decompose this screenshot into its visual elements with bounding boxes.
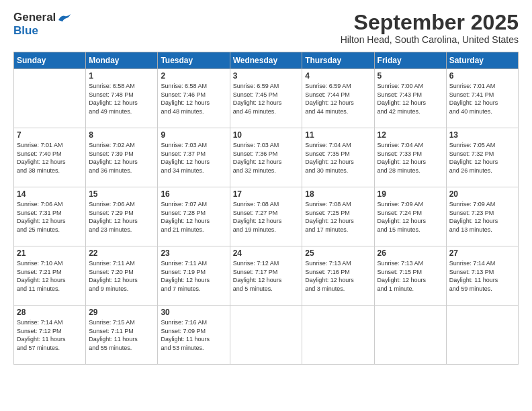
- table-row: 13Sunrise: 7:05 AMSunset: 7:32 PMDayligh…: [446, 128, 518, 187]
- table-row: 25Sunrise: 7:13 AMSunset: 7:16 PMDayligh…: [302, 246, 374, 306]
- day-info: Sunrise: 7:06 AMSunset: 7:31 PMDaylight:…: [17, 200, 83, 234]
- day-info: Sunrise: 7:02 AMSunset: 7:39 PMDaylight:…: [89, 141, 154, 175]
- table-row: 1Sunrise: 6:58 AMSunset: 7:48 PMDaylight…: [86, 69, 158, 128]
- day-number: 5: [378, 71, 443, 81]
- day-number: 7: [17, 130, 83, 140]
- day-info: Sunrise: 7:03 AMSunset: 7:36 PMDaylight:…: [233, 141, 300, 175]
- table-row: 29Sunrise: 7:15 AMSunset: 7:11 PMDayligh…: [86, 306, 158, 365]
- day-number: 26: [378, 248, 443, 258]
- table-row: 24Sunrise: 7:12 AMSunset: 7:17 PMDayligh…: [230, 246, 302, 306]
- day-number: 16: [161, 189, 226, 199]
- table-row: 14Sunrise: 7:06 AMSunset: 7:31 PMDayligh…: [14, 187, 86, 246]
- day-number: 2: [161, 71, 226, 81]
- day-number: 24: [233, 248, 300, 258]
- col-saturday: Saturday: [446, 52, 518, 69]
- table-row: 3Sunrise: 6:59 AMSunset: 7:45 PMDaylight…: [230, 69, 302, 128]
- day-number: 27: [449, 248, 515, 258]
- calendar-week-row: 14Sunrise: 7:06 AMSunset: 7:31 PMDayligh…: [14, 187, 519, 246]
- day-info: Sunrise: 7:14 AMSunset: 7:13 PMDaylight:…: [449, 259, 515, 293]
- table-row: [374, 306, 446, 365]
- day-info: Sunrise: 6:58 AMSunset: 7:46 PMDaylight:…: [161, 82, 226, 116]
- day-number: 23: [161, 248, 226, 258]
- table-row: 27Sunrise: 7:14 AMSunset: 7:13 PMDayligh…: [446, 246, 518, 306]
- day-info: Sunrise: 7:11 AMSunset: 7:20 PMDaylight:…: [89, 259, 154, 293]
- table-row: 12Sunrise: 7:04 AMSunset: 7:33 PMDayligh…: [374, 128, 446, 187]
- day-info: Sunrise: 7:13 AMSunset: 7:15 PMDaylight:…: [378, 259, 443, 293]
- day-info: Sunrise: 7:09 AMSunset: 7:23 PMDaylight:…: [449, 200, 515, 234]
- day-number: 19: [378, 189, 443, 199]
- day-info: Sunrise: 6:59 AMSunset: 7:44 PMDaylight:…: [305, 82, 371, 116]
- col-monday: Monday: [86, 52, 158, 69]
- day-number: 11: [305, 130, 371, 140]
- table-row: 5Sunrise: 7:00 AMSunset: 7:43 PMDaylight…: [374, 69, 446, 128]
- table-row: [302, 306, 374, 365]
- page: General Blue September 2025 Hilton Head,…: [0, 0, 532, 411]
- day-number: 12: [378, 130, 443, 140]
- day-number: 25: [305, 248, 371, 258]
- day-number: 18: [305, 189, 371, 199]
- table-row: 23Sunrise: 7:11 AMSunset: 7:19 PMDayligh…: [158, 246, 230, 306]
- table-row: 15Sunrise: 7:06 AMSunset: 7:29 PMDayligh…: [86, 187, 158, 246]
- logo-general: General: [13, 11, 56, 24]
- table-row: 19Sunrise: 7:09 AMSunset: 7:24 PMDayligh…: [374, 187, 446, 246]
- logo-bird-icon: [57, 12, 72, 23]
- table-row: 26Sunrise: 7:13 AMSunset: 7:15 PMDayligh…: [374, 246, 446, 306]
- logo-blue: Blue: [13, 24, 38, 38]
- day-number: 6: [449, 71, 515, 81]
- day-number: 20: [449, 189, 515, 199]
- day-number: 28: [17, 308, 83, 317]
- day-number: 4: [305, 71, 371, 81]
- day-info: Sunrise: 7:11 AMSunset: 7:19 PMDaylight:…: [161, 259, 226, 293]
- calendar-week-row: 21Sunrise: 7:10 AMSunset: 7:21 PMDayligh…: [14, 246, 519, 306]
- day-info: Sunrise: 7:14 AMSunset: 7:12 PMDaylight:…: [17, 318, 83, 352]
- col-sunday: Sunday: [14, 52, 86, 69]
- table-row: 8Sunrise: 7:02 AMSunset: 7:39 PMDaylight…: [86, 128, 158, 187]
- calendar-week-row: 28Sunrise: 7:14 AMSunset: 7:12 PMDayligh…: [14, 306, 519, 365]
- day-number: 10: [233, 130, 300, 140]
- table-row: 28Sunrise: 7:14 AMSunset: 7:12 PMDayligh…: [14, 306, 86, 365]
- day-info: Sunrise: 7:09 AMSunset: 7:24 PMDaylight:…: [378, 200, 443, 234]
- day-info: Sunrise: 7:04 AMSunset: 7:33 PMDaylight:…: [378, 141, 443, 175]
- table-row: 2Sunrise: 6:58 AMSunset: 7:46 PMDaylight…: [158, 69, 230, 128]
- day-number: 15: [89, 189, 154, 199]
- day-number: 14: [17, 189, 83, 199]
- day-number: 17: [233, 189, 300, 199]
- day-info: Sunrise: 7:08 AMSunset: 7:25 PMDaylight:…: [305, 200, 371, 234]
- day-number: 22: [89, 248, 154, 258]
- title-block: September 2025 Hilton Head, South Caroli…: [341, 11, 519, 45]
- day-number: 21: [17, 248, 83, 258]
- day-number: 13: [449, 130, 515, 140]
- table-row: 21Sunrise: 7:10 AMSunset: 7:21 PMDayligh…: [14, 246, 86, 306]
- table-row: [446, 306, 518, 365]
- day-info: Sunrise: 7:16 AMSunset: 7:09 PMDaylight:…: [161, 318, 226, 352]
- day-info: Sunrise: 7:00 AMSunset: 7:43 PMDaylight:…: [378, 82, 443, 116]
- day-number: 1: [89, 71, 154, 81]
- table-row: 17Sunrise: 7:08 AMSunset: 7:27 PMDayligh…: [230, 187, 302, 246]
- calendar-header-row: Sunday Monday Tuesday Wednesday Thursday…: [14, 52, 519, 69]
- day-number: 30: [161, 308, 226, 317]
- day-info: Sunrise: 7:01 AMSunset: 7:40 PMDaylight:…: [17, 141, 83, 175]
- day-info: Sunrise: 7:05 AMSunset: 7:32 PMDaylight:…: [449, 141, 515, 175]
- col-tuesday: Tuesday: [158, 52, 230, 69]
- table-row: [14, 69, 86, 128]
- day-info: Sunrise: 7:12 AMSunset: 7:17 PMDaylight:…: [233, 259, 300, 293]
- day-info: Sunrise: 7:03 AMSunset: 7:37 PMDaylight:…: [161, 141, 226, 175]
- day-info: Sunrise: 7:10 AMSunset: 7:21 PMDaylight:…: [17, 259, 83, 293]
- table-row: 22Sunrise: 7:11 AMSunset: 7:20 PMDayligh…: [86, 246, 158, 306]
- calendar-week-row: 7Sunrise: 7:01 AMSunset: 7:40 PMDaylight…: [14, 128, 519, 187]
- day-number: 9: [161, 130, 226, 140]
- day-info: Sunrise: 7:08 AMSunset: 7:27 PMDaylight:…: [233, 200, 300, 234]
- location: Hilton Head, South Carolina, United Stat…: [341, 34, 519, 45]
- day-info: Sunrise: 7:04 AMSunset: 7:35 PMDaylight:…: [305, 141, 371, 175]
- day-number: 29: [89, 308, 154, 317]
- table-row: 20Sunrise: 7:09 AMSunset: 7:23 PMDayligh…: [446, 187, 518, 246]
- table-row: 7Sunrise: 7:01 AMSunset: 7:40 PMDaylight…: [14, 128, 86, 187]
- table-row: 18Sunrise: 7:08 AMSunset: 7:25 PMDayligh…: [302, 187, 374, 246]
- table-row: 9Sunrise: 7:03 AMSunset: 7:37 PMDaylight…: [158, 128, 230, 187]
- day-info: Sunrise: 7:06 AMSunset: 7:29 PMDaylight:…: [89, 200, 154, 234]
- calendar-table: Sunday Monday Tuesday Wednesday Thursday…: [13, 52, 519, 365]
- col-thursday: Thursday: [302, 52, 374, 69]
- table-row: 11Sunrise: 7:04 AMSunset: 7:35 PMDayligh…: [302, 128, 374, 187]
- day-info: Sunrise: 6:58 AMSunset: 7:48 PMDaylight:…: [89, 82, 154, 116]
- table-row: 16Sunrise: 7:07 AMSunset: 7:28 PMDayligh…: [158, 187, 230, 246]
